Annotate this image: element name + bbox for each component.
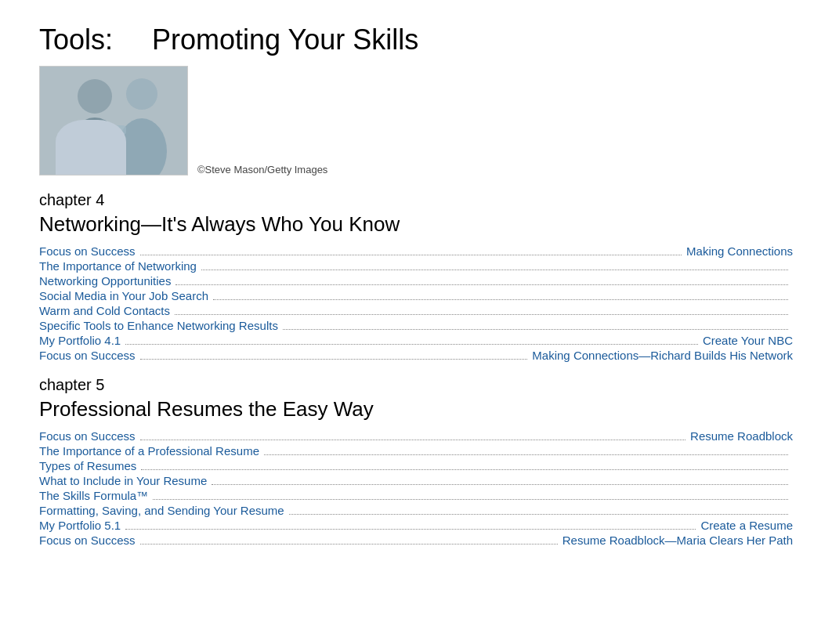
toc-row: Networking Opportunities (39, 274, 793, 288)
header-image-container: ©Steve Mason/Getty Images (39, 66, 793, 175)
toc-item-right[interactable]: Create Your NBC (703, 334, 793, 347)
svg-rect-5 (103, 125, 126, 135)
chapter-label-0: chapter 4 (39, 191, 793, 209)
toc-dots (140, 544, 558, 545)
toc-row: Focus on SuccessMaking Connections—Richa… (39, 349, 793, 362)
subtitle-label: Promoting Your Skills (152, 24, 418, 56)
toc-row: The Importance of a Professional Resume (39, 444, 793, 458)
toc-dots (212, 484, 788, 485)
toc-row: Types of Resumes (39, 459, 793, 472)
toc-dots (201, 270, 788, 270)
toc-row: Formatting, Saving, and Sending Your Res… (39, 504, 793, 517)
chapter-section-5: chapter 5Professional Resumes the Easy W… (39, 376, 793, 547)
toc-item-left[interactable]: Social Media in Your Job Search (39, 289, 208, 302)
toc-item-right[interactable]: Create a Resume (700, 519, 793, 532)
image-caption: ©Steve Mason/Getty Images (197, 164, 327, 175)
toc-row: Social Media in Your Job Search (39, 289, 793, 302)
header-image (39, 66, 188, 175)
chapter-title-1: Professional Resumes the Easy Way (39, 397, 793, 421)
toc-row: My Portfolio 4.1Create Your NBC (39, 334, 793, 347)
toc-item-left[interactable]: My Portfolio 4.1 (39, 334, 121, 347)
toc-item-right[interactable]: Resume Roadblock (690, 429, 793, 443)
toc-row: The Skills Formula™ (39, 489, 793, 502)
svg-point-3 (126, 78, 157, 110)
toc-dots (141, 469, 788, 470)
toc-dots (289, 514, 788, 515)
toc-item-left[interactable]: What to Include in Your Resume (39, 474, 207, 487)
toc-item-right[interactable]: Making Connections—Richard Builds His Ne… (532, 349, 793, 362)
page-title: Tools: Promoting Your Skills (39, 24, 793, 56)
toc-row: Focus on SuccessResume Roadblock—Maria C… (39, 534, 793, 547)
chapter-label-1: chapter 5 (39, 376, 793, 394)
toc-item-left[interactable]: The Skills Formula™ (39, 489, 148, 502)
chapter-title-0: Networking—It's Always Who You Know (39, 212, 793, 237)
toc-dots (140, 255, 682, 255)
toc-dots (140, 359, 528, 360)
toc-row: Focus on SuccessMaking Connections (39, 244, 793, 258)
toc-dots (175, 284, 788, 285)
toc-dots (213, 299, 788, 300)
title-label: Tools: (39, 24, 113, 56)
toc-row: My Portfolio 5.1Create a Resume (39, 519, 793, 532)
toc-row: Specific Tools to Enhance Networking Res… (39, 319, 793, 332)
toc-dots (283, 329, 788, 330)
toc-item-left[interactable]: Focus on Success (39, 534, 136, 547)
toc-item-right[interactable]: Making Connections (686, 244, 793, 258)
toc-dots (125, 344, 698, 345)
toc-item-left[interactable]: Types of Resumes (39, 459, 136, 472)
toc-row: Focus on SuccessResume Roadblock (39, 429, 793, 443)
toc-item-left[interactable]: The Importance of Networking (39, 259, 197, 273)
toc-item-left[interactable]: Focus on Success (39, 349, 136, 362)
toc-row: Warm and Cold Contacts (39, 304, 793, 317)
chapter-section-4: chapter 4Networking—It's Always Who You … (39, 191, 793, 362)
toc-dots (140, 440, 686, 440)
toc-dots (264, 454, 788, 455)
toc-row: What to Include in Your Resume (39, 474, 793, 487)
toc-item-right[interactable]: Resume Roadblock—Maria Clears Her Path (563, 534, 793, 547)
toc-item-left[interactable]: Networking Opportunities (39, 274, 171, 288)
svg-point-1 (78, 79, 112, 114)
chapters-container: chapter 4Networking—It's Always Who You … (39, 191, 793, 547)
toc-item-left[interactable]: The Importance of a Professional Resume (39, 444, 259, 458)
toc-item-left[interactable]: Warm and Cold Contacts (39, 304, 170, 317)
toc-item-left[interactable]: My Portfolio 5.1 (39, 519, 121, 532)
toc-dots (125, 529, 696, 530)
toc-row: The Importance of Networking (39, 259, 793, 273)
toc-dots (175, 314, 788, 315)
toc-item-left[interactable]: Focus on Success (39, 429, 136, 443)
toc-item-left[interactable]: Specific Tools to Enhance Networking Res… (39, 319, 278, 332)
toc-item-left[interactable]: Focus on Success (39, 244, 136, 258)
toc-item-left[interactable]: Formatting, Saving, and Sending Your Res… (39, 504, 284, 517)
toc-dots (153, 499, 788, 500)
svg-point-2 (67, 118, 122, 175)
